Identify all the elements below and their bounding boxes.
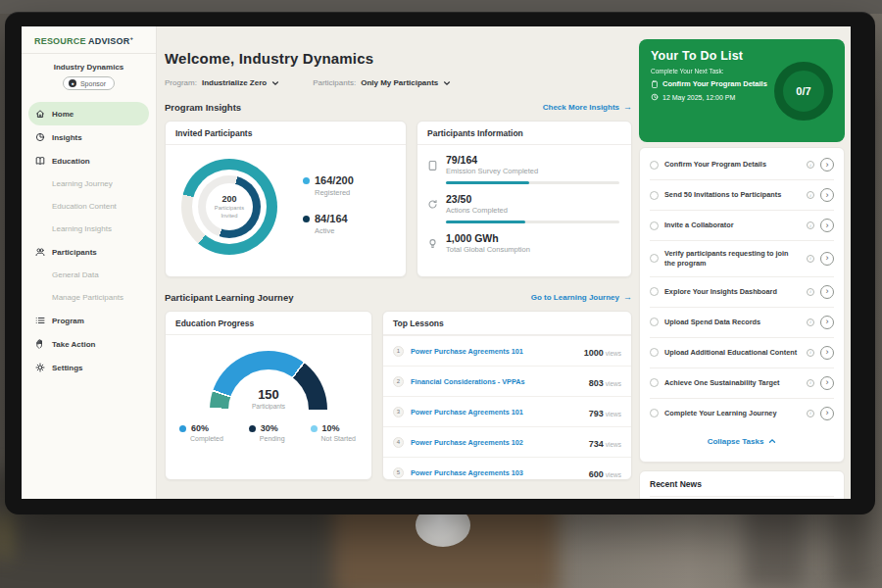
task-checkbox[interactable] <box>650 191 659 200</box>
sidebar-item-take-action[interactable]: Take Action <box>22 332 156 356</box>
stat-label: Actions Completed <box>446 206 619 215</box>
lesson-rank: 5 <box>393 467 404 478</box>
task-label: Verify participants requesting to join t… <box>664 249 801 269</box>
stat-consumption: 1,000 GWh Total Global Consumption <box>417 223 631 254</box>
task-checkbox[interactable] <box>650 348 659 357</box>
info-icon[interactable]: i <box>807 349 814 357</box>
collapse-tasks-link[interactable]: Collapse Tasks <box>650 428 834 446</box>
legend-value: 60% <box>191 423 209 433</box>
sidebar-item-settings[interactable]: Settings <box>22 356 156 379</box>
chevron-right-icon[interactable]: › <box>820 158 834 172</box>
todo-next-task-label: Confirm Your Program Details <box>662 79 767 88</box>
task-checkbox[interactable] <box>650 161 659 170</box>
chevron-up-icon <box>768 437 776 445</box>
task-checkbox[interactable] <box>650 287 659 296</box>
task-row: Verify participants requesting to join t… <box>650 241 834 277</box>
sidebar-item-label: Participants <box>52 248 97 257</box>
chevron-right-icon[interactable]: › <box>820 316 834 329</box>
program-insights-header: Program Insights Check More Insights → <box>165 102 632 113</box>
task-row: Confirm Your Program Details i › <box>650 150 834 180</box>
task-checkbox[interactable] <box>650 318 659 326</box>
lesson-views-suffix: views <box>606 380 621 387</box>
lesson-title-link[interactable]: Power Purchase Agreements 101 <box>411 408 582 416</box>
chevron-right-icon[interactable]: › <box>820 285 834 299</box>
info-icon[interactable]: i <box>807 221 814 229</box>
home-icon <box>35 109 45 119</box>
chevron-right-icon[interactable]: › <box>820 188 834 202</box>
page-title: Welcome, Industry Dynamics <box>165 50 632 67</box>
info-icon[interactable]: i <box>807 161 814 169</box>
top-lessons-card: Top Lessons 1 Power Purchase Agreements … <box>382 311 632 480</box>
donut-center-value: 200 <box>221 194 236 204</box>
donut-center-label: Participants Invited <box>210 205 249 220</box>
todo-progress-ring: 0/7 <box>774 62 833 121</box>
sidebar-item-label: Home <box>52 110 74 119</box>
lesson-title-link[interactable]: Power Purchase Agreements 103 <box>411 468 582 477</box>
task-checkbox[interactable] <box>650 409 659 417</box>
sidebar-item-home[interactable]: Home <box>28 102 149 125</box>
card-title: Participants Information <box>417 122 631 145</box>
sidebar-item-learning-journey[interactable]: Learning Journey <box>22 172 156 195</box>
sponsor-icon: ● <box>69 79 76 87</box>
sidebar-item-education[interactable]: Education <box>22 149 156 172</box>
sidebar-item-manage-participants[interactable]: Manage Participants <box>22 286 156 309</box>
chevron-right-icon[interactable]: › <box>820 346 834 360</box>
check-more-insights-link[interactable]: Check More Insights → <box>543 103 632 112</box>
chevron-right-icon[interactable]: › <box>820 219 834 232</box>
sidebar-item-education-content[interactable]: Education Content <box>22 195 156 218</box>
logo-primary: RESOURCE <box>34 36 86 46</box>
lesson-views: 1000 <box>584 348 604 358</box>
legend-dot <box>311 425 318 432</box>
participants-dropdown-value: Only My Participants <box>361 78 438 87</box>
lesson-views-suffix: views <box>606 350 621 357</box>
lesson-title-link[interactable]: Financial Considerations - VPPAs <box>411 377 582 386</box>
lesson-title-link[interactable]: Power Purchase Agreements 101 <box>411 347 577 356</box>
info-icon[interactable]: i <box>807 191 814 199</box>
sidebar-item-label: General Data <box>52 270 99 279</box>
stat-value: 79/164 <box>446 154 619 166</box>
card-title: Education Progress <box>166 312 371 335</box>
participants-dropdown[interactable]: Participants: Only My Participants <box>313 78 451 87</box>
info-icon[interactable]: i <box>807 379 814 387</box>
program-dropdown-value: Industrialize Zero <box>202 78 267 87</box>
sidebar-item-insights[interactable]: Insights <box>22 125 156 149</box>
chevron-right-icon[interactable]: › <box>820 376 834 390</box>
participants-information-card: Participants Information 79/164 Emission… <box>416 121 632 277</box>
task-label: Explore Your Insights Dashboard <box>664 287 801 297</box>
chevron-right-icon[interactable]: › <box>820 252 834 266</box>
filter-bar: Program: Industrialize Zero Participants… <box>165 78 632 87</box>
stat-actions: 23/50 Actions Completed <box>417 184 631 223</box>
progress-fill <box>446 220 525 223</box>
invited-legend: 164/200 Registered 84/164 Active <box>303 174 354 255</box>
logo-divider <box>22 53 156 54</box>
main-content: Welcome, Industry Dynamics Program: Indu… <box>165 26 632 480</box>
arrow-right-icon: → <box>623 103 632 112</box>
info-icon[interactable]: i <box>807 318 814 326</box>
task-checkbox[interactable] <box>650 378 659 387</box>
lesson-row: 4 Power Purchase Agreements 102 734views <box>383 426 631 457</box>
invited-donut-body: 200 Participants Invited 164/200 <box>166 145 406 255</box>
sponsor-label: Sponsor <box>80 80 106 87</box>
list-icon <box>35 316 45 325</box>
sidebar-item-participants[interactable]: Participants <box>22 240 156 264</box>
room-highlight-sliver <box>0 514 8 559</box>
chevron-right-icon[interactable]: › <box>820 407 834 420</box>
lesson-title-link[interactable]: Power Purchase Agreements 102 <box>411 438 582 447</box>
progress-track <box>446 181 619 184</box>
go-to-learning-journey-link[interactable]: Go to Learning Journey → <box>531 293 632 302</box>
lesson-views: 803 <box>589 378 604 388</box>
sidebar-item-general-data[interactable]: General Data <box>22 264 156 286</box>
info-icon[interactable]: i <box>807 410 814 417</box>
program-dropdown[interactable]: Program: Industrialize Zero <box>165 78 279 87</box>
invited-participants-card: Invited Participants 200 Participants In… <box>165 121 407 277</box>
sidebar-item-learning-insights[interactable]: Learning Insights <box>22 218 156 240</box>
book-icon <box>35 156 45 166</box>
info-icon[interactable]: i <box>807 288 814 296</box>
sidebar-item-label: Learning Insights <box>52 224 112 233</box>
task-checkbox[interactable] <box>650 221 659 230</box>
sidebar-item-program[interactable]: Program <box>22 309 156 332</box>
legend-active: 84/164 Active <box>303 213 354 235</box>
info-icon[interactable]: i <box>807 255 814 263</box>
task-row: Send 50 Invitations to Participants i › <box>650 180 834 211</box>
task-checkbox[interactable] <box>650 254 659 263</box>
